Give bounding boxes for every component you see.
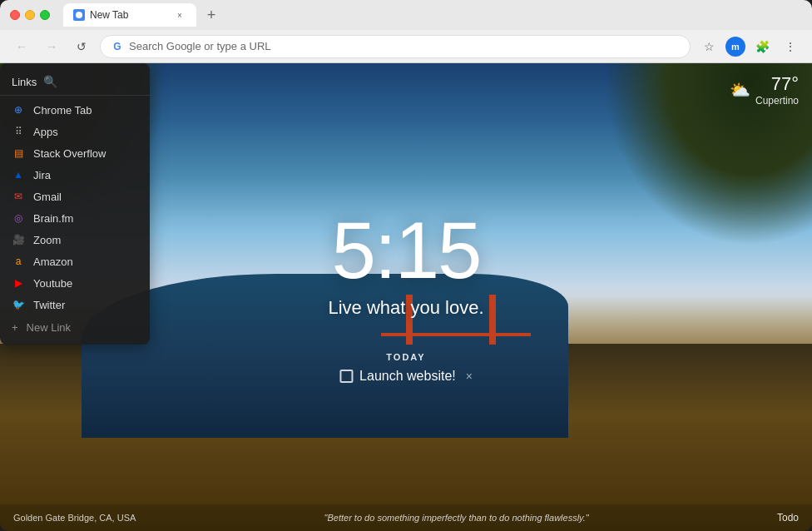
link-label-amazon: Amazon <box>33 256 73 268</box>
todo-item-text: Launch website! <box>359 369 456 384</box>
todo-button[interactable]: Todo <box>777 512 799 524</box>
address-bar-text: Search Google or type a URL <box>129 40 271 52</box>
extensions-button[interactable]: 🧩 <box>750 35 774 58</box>
link-label-twitter: Twitter <box>33 299 65 311</box>
link-label-gmail: Gmail <box>33 191 62 203</box>
link-item-zoom[interactable]: 🎥 Zoom <box>0 229 150 251</box>
brainfm-icon: ◎ <box>12 211 25 225</box>
link-item-jira[interactable]: ▲ Jira <box>0 164 150 186</box>
link-item-youtube[interactable]: ▶ Youtube <box>0 272 150 294</box>
traffic-lights <box>10 10 50 20</box>
link-item-apps[interactable]: ⠿ Apps <box>0 121 150 142</box>
tab-close-button[interactable]: × <box>173 8 186 22</box>
link-label-jira: Jira <box>33 169 51 181</box>
bookmark-button[interactable]: ☆ <box>697 35 720 58</box>
link-item-chrome-tab[interactable]: ⊕ Chrome Tab <box>0 99 150 121</box>
reload-button[interactable]: ↺ <box>70 35 93 58</box>
back-button[interactable]: ← <box>10 35 33 58</box>
weather-icon: ⛅ <box>730 80 750 100</box>
center-content: 5:15 Live what you love. TODAY Launch we… <box>328 211 483 384</box>
address-bar[interactable]: G Search Google or type a URL <box>100 35 691 58</box>
link-label-zoom: Zoom <box>33 234 61 246</box>
link-label-chrome-tab: Chrome Tab <box>33 104 92 117</box>
link-label-apps: Apps <box>33 126 58 138</box>
link-item-gmail[interactable]: ✉ Gmail <box>0 186 150 207</box>
minimize-button[interactable] <box>25 10 35 20</box>
today-label: TODAY <box>386 352 425 362</box>
weather-info: 77° Cupertino <box>755 73 799 107</box>
content-area: ⛅ 77° Cupertino 5:15 Live what you love.… <box>0 63 812 531</box>
stackoverflow-icon: ▤ <box>12 146 25 160</box>
link-item-stackoverflow[interactable]: ▤ Stack Overflow <box>0 142 150 164</box>
weather-widget[interactable]: ⛅ 77° Cupertino <box>730 73 799 107</box>
browser-window: New Tab × + ← → ↺ G Search Google or typ… <box>0 0 812 531</box>
links-title: Links <box>12 76 37 88</box>
weather-location: Cupertino <box>755 95 799 107</box>
profile-avatar[interactable]: m <box>725 37 745 57</box>
new-link-prefix: + <box>12 321 18 334</box>
forward-button[interactable]: → <box>40 35 63 58</box>
todo-item[interactable]: Launch website! × <box>339 369 473 384</box>
zoom-icon: 🎥 <box>12 233 25 246</box>
jira-icon: ▲ <box>12 168 25 181</box>
youtube-icon: ▶ <box>12 276 25 290</box>
link-label-brainfm: Brain.fm <box>33 212 73 225</box>
toolbar-right: ☆ m 🧩 ⋮ <box>697 35 802 58</box>
tab-favicon <box>73 9 85 21</box>
new-tab-button[interactable]: + <box>200 3 223 27</box>
todo-close-button[interactable]: × <box>466 370 473 383</box>
bridge-tower-right <box>489 295 496 345</box>
link-item-amazon[interactable]: a Amazon <box>0 251 150 272</box>
apps-icon: ⠿ <box>12 125 25 138</box>
new-link-label: New Link <box>27 321 71 334</box>
gmail-icon: ✉ <box>12 190 25 203</box>
links-dropdown: Links 🔍 ⊕ Chrome Tab ⠿ Apps ▤ Stack Over… <box>0 63 150 345</box>
location-text: Golden Gate Bridge, CA, USA <box>13 513 136 523</box>
link-item-twitter[interactable]: 🐦 Twitter <box>0 294 150 315</box>
maximize-button[interactable] <box>40 10 50 20</box>
todo-section: TODAY Launch website! × <box>328 352 483 384</box>
chrome-tab-icon: ⊕ <box>12 103 25 117</box>
toolbar: ← → ↺ G Search Google or type a URL ☆ m … <box>0 30 812 63</box>
bottom-bar: Golden Gate Bridge, CA, USA "Better to d… <box>0 504 812 531</box>
active-tab[interactable]: New Tab × <box>63 3 196 27</box>
clock-display: 5:15 <box>328 211 483 290</box>
weather-temperature: 77° <box>771 73 799 95</box>
link-label-stackoverflow: Stack Overflow <box>33 147 106 160</box>
todo-checkbox[interactable] <box>339 370 353 383</box>
twitter-icon: 🐦 <box>12 298 25 311</box>
title-bar: New Tab × + <box>0 0 812 30</box>
tab-bar: New Tab × + <box>63 3 802 27</box>
link-label-youtube: Youtube <box>33 277 72 290</box>
tab-title: New Tab <box>90 9 168 21</box>
links-search-button[interactable]: 🔍 <box>43 75 57 88</box>
link-item-brainfm[interactable]: ◎ Brain.fm <box>0 207 150 229</box>
google-icon: G <box>111 40 124 53</box>
tagline-text: Live what you love. <box>328 297 483 319</box>
quote-text: "Better to do something imperfectly than… <box>324 513 589 523</box>
amazon-icon: a <box>12 255 25 268</box>
new-link-item[interactable]: + New Link <box>0 317 150 338</box>
menu-button[interactable]: ⋮ <box>779 35 802 58</box>
close-button[interactable] <box>10 10 20 20</box>
svg-point-0 <box>76 12 82 18</box>
links-header: Links 🔍 <box>0 70 150 96</box>
